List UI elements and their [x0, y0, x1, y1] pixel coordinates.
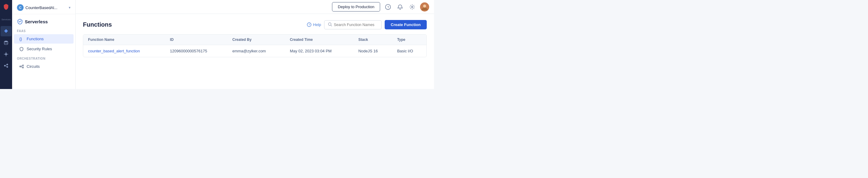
svg-line-11 — [6, 66, 7, 67]
user-avatar[interactable] — [420, 2, 429, 11]
cell-type: Basic I/O — [392, 45, 427, 57]
functions-table: Function Name ID Created By Created Time… — [83, 34, 427, 57]
chevron-down-icon: ▾ — [69, 5, 70, 10]
functions-icon: {} — [19, 37, 24, 41]
col-id: ID — [165, 34, 227, 45]
functions-label: Functions — [27, 37, 43, 41]
svg-line-17 — [21, 67, 22, 67]
search-icon — [328, 22, 332, 27]
col-created-time: Created Time — [285, 34, 353, 45]
svg-line-16 — [21, 66, 22, 67]
svg-point-15 — [22, 67, 24, 68]
page-title: Functions — [83, 21, 112, 28]
help-circle-icon[interactable]: ? — [384, 3, 392, 11]
workspace-header[interactable]: C CounterBasedAl... ▾ — [12, 0, 75, 14]
rail-item-integrations[interactable] — [1, 61, 11, 71]
svg-point-9 — [7, 66, 8, 68]
rail-item-db[interactable] — [1, 37, 11, 48]
circuits-label: Circuits — [27, 64, 40, 69]
faas-section-label: FAAS — [12, 26, 75, 34]
svg-point-14 — [22, 65, 24, 66]
help-button[interactable]: ? Help — [307, 22, 321, 27]
svg-line-10 — [6, 65, 7, 65]
sidebar-brand: Serverless — [12, 14, 75, 26]
table-row: counter_based_alert_function 12096000000… — [83, 45, 427, 57]
shield-icon — [19, 47, 24, 51]
rail-item-services[interactable]: Services — [1, 14, 11, 25]
function-name-link[interactable]: counter_based_alert_function — [88, 49, 140, 53]
svg-point-7 — [4, 65, 6, 67]
svg-point-20 — [412, 6, 413, 7]
svg-point-1 — [4, 41, 8, 42]
icon-rail: Services — [0, 0, 12, 89]
cell-stack: NodeJS 16 — [353, 45, 392, 57]
svg-point-22 — [423, 4, 426, 7]
svg-point-8 — [7, 64, 8, 65]
orchestration-section-label: ORCHESTRATION — [12, 54, 75, 61]
gear-icon[interactable] — [408, 3, 416, 11]
help-label: Help — [313, 22, 321, 27]
circuits-icon — [19, 64, 24, 69]
cell-created-time: May 02, 2023 03:04 PM — [285, 45, 353, 57]
col-stack: Stack — [353, 34, 392, 45]
main-area: Functions ? Help — [76, 14, 434, 89]
col-type: Type — [392, 34, 427, 45]
col-function-name: Function Name — [83, 34, 165, 45]
workspace-name: CounterBasedAl... — [25, 5, 67, 10]
sidebar-item-circuits[interactable]: Circuits — [14, 62, 73, 71]
svg-rect-0 — [4, 29, 8, 33]
toolbar-right: ? Help — [307, 20, 427, 29]
rail-services-label: Services — [1, 19, 11, 21]
content-body: Functions ? Help — [76, 14, 434, 89]
search-box[interactable] — [324, 20, 382, 29]
rail-item-ml[interactable] — [1, 49, 11, 59]
bell-icon[interactable] — [396, 3, 404, 11]
workspace-avatar: C — [17, 4, 24, 11]
cell-id: 12096000000576175 — [165, 45, 227, 57]
rail-item-serverless[interactable] — [1, 26, 11, 36]
table-header-row: Function Name ID Created By Created Time… — [83, 34, 427, 45]
sidebar-item-security-rules[interactable]: Security Rules — [14, 44, 73, 54]
svg-point-13 — [20, 66, 21, 67]
security-rules-label: Security Rules — [27, 47, 52, 51]
content-toolbar: Functions ? Help — [83, 20, 427, 29]
top-bar: Deploy to Production ? — [76, 0, 434, 14]
col-created-by: Created By — [227, 34, 285, 45]
sidebar: C CounterBasedAl... ▾ Serverless FAAS {}… — [12, 0, 76, 89]
search-input[interactable] — [334, 23, 378, 27]
right-panel: Deploy to Production ? — [76, 0, 434, 89]
deploy-to-production-button[interactable]: Deploy to Production — [332, 2, 380, 11]
cell-created-by: emma@zylker.com — [227, 45, 285, 57]
svg-text:?: ? — [388, 5, 389, 9]
cell-function-name[interactable]: counter_based_alert_function — [83, 45, 165, 57]
svg-point-2 — [5, 53, 7, 55]
brand-name: Serverless — [25, 19, 48, 24]
sidebar-item-functions[interactable]: {} Functions — [14, 34, 73, 43]
svg-text:{}: {} — [19, 37, 22, 41]
svg-text:?: ? — [309, 23, 310, 26]
app-logo — [2, 2, 10, 11]
create-function-button[interactable]: Create Function — [385, 20, 427, 29]
brand-icon — [17, 19, 23, 25]
svg-line-26 — [331, 25, 332, 26]
